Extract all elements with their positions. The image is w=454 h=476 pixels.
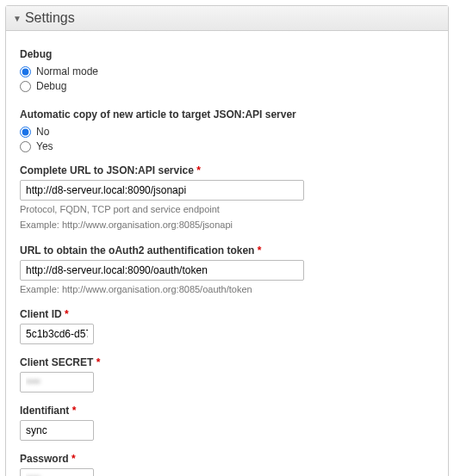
collapse-icon: ▼ [13, 14, 22, 23]
settings-panel: ▼ Settings Debug Normal mode Debug Autom… [5, 5, 449, 476]
password-label: Password * [20, 453, 434, 465]
client-id-input[interactable] [20, 324, 94, 344]
client-id-label: Client ID * [20, 308, 434, 320]
client-secret-input[interactable] [20, 372, 94, 393]
url-api-label: Complete URL to JSON:API service * [20, 164, 434, 176]
debug-option-normal[interactable]: Normal mode [20, 65, 434, 77]
debug-group-label: Debug [20, 48, 434, 60]
url-oauth-desc: Example: http://www.organisation.org:808… [20, 283, 434, 296]
debug-radio-debug-label: Debug [36, 80, 66, 92]
autocopy-option-yes[interactable]: Yes [20, 140, 434, 152]
autocopy-radio-yes-label: Yes [36, 140, 53, 152]
url-api-desc1: Protocol, FQDN, TCP port and service end… [20, 203, 434, 216]
password-input[interactable] [20, 468, 94, 476]
identifiant-input[interactable] [20, 420, 94, 441]
debug-radio-debug[interactable] [20, 81, 31, 92]
panel-title: Settings [25, 10, 75, 26]
url-api-input[interactable] [20, 180, 304, 201]
settings-panel-header[interactable]: ▼ Settings [6, 6, 448, 31]
url-oauth-label: URL to obtain the oAuth2 authentificatio… [20, 244, 434, 257]
identifiant-label: Identifiant * [20, 405, 434, 417]
autocopy-radio-no-label: No [36, 126, 49, 138]
debug-radio-normal-label: Normal mode [36, 65, 98, 77]
autocopy-radio-yes[interactable] [20, 141, 31, 152]
url-api-desc2: Example: http://www.organisation.org:808… [20, 219, 434, 232]
url-oauth-input[interactable] [20, 260, 304, 281]
client-secret-label: Client SECRET * [20, 356, 434, 368]
debug-radio-normal[interactable] [20, 66, 31, 77]
autocopy-radio-no[interactable] [20, 127, 31, 138]
autocopy-option-no[interactable]: No [20, 126, 434, 138]
autocopy-group-label: Automatic copy of new article to target … [20, 108, 434, 121]
debug-option-debug[interactable]: Debug [20, 80, 434, 92]
